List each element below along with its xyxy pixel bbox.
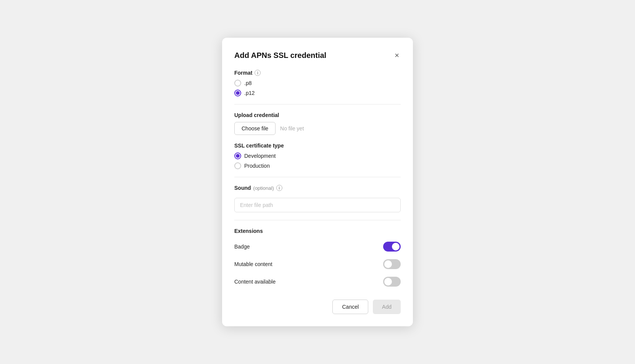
- badge-label: Badge: [234, 244, 250, 250]
- sound-label: Sound (optional) i: [234, 185, 401, 191]
- extension-row-content-available: Content available: [234, 273, 401, 290]
- content-available-label: Content available: [234, 279, 276, 285]
- sound-file-path-input[interactable]: [234, 198, 401, 212]
- modal-overlay: Add APNs SSL credential × Format i .p8 .…: [0, 38, 635, 326]
- format-label: Format i: [234, 70, 401, 76]
- ssl-cert-option-development[interactable]: Development: [234, 152, 401, 159]
- content-available-toggle-slider: [383, 277, 401, 287]
- ssl-cert-radio-development[interactable]: [234, 152, 241, 159]
- format-radio-p8[interactable]: [234, 80, 241, 87]
- divider-1: [234, 104, 401, 104]
- extension-row-mutable-content: Mutable content: [234, 255, 401, 273]
- format-option-p12[interactable]: .p12: [234, 90, 401, 96]
- close-button[interactable]: ×: [393, 50, 401, 61]
- divider-2: [234, 177, 401, 177]
- sound-info-icon: i: [276, 185, 282, 191]
- format-section: Format i .p8 .p12: [234, 70, 401, 96]
- ssl-cert-option-production[interactable]: Production: [234, 162, 401, 169]
- mutable-content-toggle-slider: [383, 259, 401, 269]
- extension-row-badge: Badge: [234, 238, 401, 255]
- format-radio-p12[interactable]: [234, 90, 241, 96]
- modal-header: Add APNs SSL credential ×: [234, 50, 401, 61]
- extensions-section: Extensions Badge Mutable content Content…: [234, 228, 401, 290]
- format-option-p8[interactable]: .p8: [234, 80, 401, 87]
- content-available-toggle[interactable]: [383, 277, 401, 287]
- modal-footer: Cancel Add: [234, 300, 401, 314]
- cancel-button[interactable]: Cancel: [332, 300, 368, 314]
- modal-title: Add APNs SSL credential: [234, 51, 326, 60]
- ssl-cert-radio-group: Development Production: [234, 152, 401, 169]
- choose-file-button[interactable]: Choose file: [234, 122, 276, 135]
- sound-section: Sound (optional) i: [234, 185, 401, 212]
- format-info-icon: i: [255, 70, 261, 76]
- add-button[interactable]: Add: [373, 300, 401, 314]
- ssl-cert-label: SSL certificate type: [234, 143, 401, 149]
- extensions-label: Extensions: [234, 228, 401, 234]
- file-input-row: Choose file No file yet: [234, 122, 401, 135]
- modal: Add APNs SSL credential × Format i .p8 .…: [222, 38, 413, 326]
- sound-optional-label: (optional): [253, 185, 274, 191]
- mutable-content-toggle[interactable]: [383, 259, 401, 269]
- badge-toggle[interactable]: [383, 242, 401, 252]
- badge-toggle-slider: [383, 242, 401, 252]
- upload-label: Upload credential: [234, 112, 401, 118]
- upload-section: Upload credential Choose file No file ye…: [234, 112, 401, 135]
- ssl-cert-section: SSL certificate type Development Product…: [234, 143, 401, 169]
- ssl-cert-radio-production[interactable]: [234, 162, 241, 169]
- format-radio-group: .p8 .p12: [234, 80, 401, 96]
- mutable-content-label: Mutable content: [234, 261, 272, 267]
- no-file-text: No file yet: [280, 125, 304, 131]
- divider-3: [234, 220, 401, 220]
